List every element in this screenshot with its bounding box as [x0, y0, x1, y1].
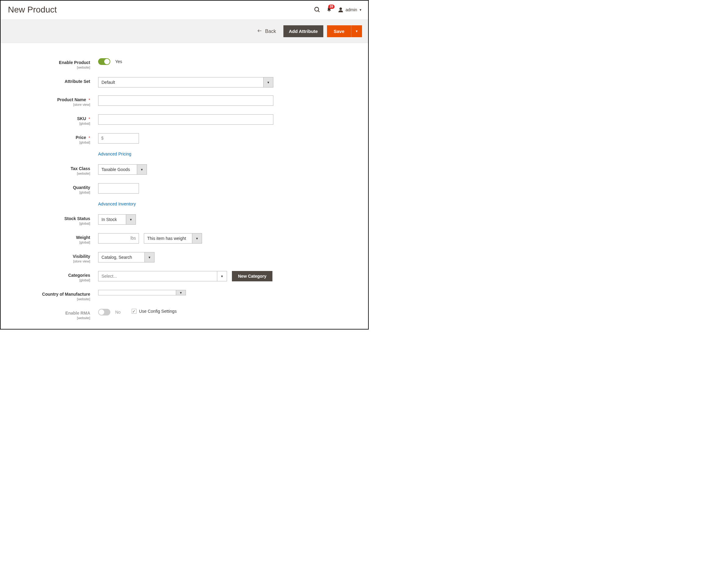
enable-product-label: Enable Product — [59, 60, 90, 65]
categories-select[interactable]: Select... ▼ — [98, 271, 227, 281]
required-indicator: * — [89, 135, 90, 140]
user-icon — [338, 7, 344, 13]
chevron-down-icon: ▼ — [196, 237, 199, 240]
chevron-down-icon: ▼ — [359, 8, 362, 11]
use-config-label: Use Config Settings — [139, 309, 177, 314]
enable-rma-value: No — [115, 309, 121, 315]
attribute-set-value: Default — [98, 77, 263, 87]
back-button[interactable]: Back — [257, 29, 276, 34]
scope-label: [website] — [7, 66, 90, 69]
tax-class-label: Tax Class — [71, 166, 90, 171]
visibility-label: Visibility — [73, 254, 90, 259]
scope-label: [global] — [7, 191, 90, 194]
back-label: Back — [265, 29, 276, 34]
scope-label: [global] — [7, 241, 90, 244]
has-weight-select[interactable]: This item has weight ▼ — [144, 233, 202, 244]
scope-label: [global] — [7, 122, 90, 125]
chevron-down-icon: ▼ — [140, 168, 144, 171]
notifications-button[interactable]: 39 — [326, 6, 332, 13]
sku-input[interactable] — [98, 114, 274, 125]
enable-rma-toggle — [98, 309, 110, 315]
user-name-label: admin — [345, 7, 357, 12]
add-attribute-button[interactable]: Add Attribute — [283, 25, 323, 37]
price-label: Price — [76, 135, 86, 140]
stock-status-label: Stock Status — [64, 216, 90, 221]
svg-point-0 — [315, 7, 319, 11]
scope-label: [store view] — [7, 103, 90, 106]
user-menu[interactable]: admin ▼ — [338, 7, 362, 13]
chevron-down-icon: ▼ — [130, 218, 133, 221]
chevron-down-icon: ▼ — [355, 30, 358, 33]
categories-label: Categories — [68, 273, 90, 278]
enable-product-toggle[interactable] — [98, 58, 110, 65]
svg-point-2 — [339, 8, 342, 10]
weight-label: Weight — [76, 235, 90, 240]
enable-rma-label: Enable RMA — [65, 311, 90, 315]
attribute-set-label: Attribute Set — [64, 79, 90, 84]
advanced-pricing-link[interactable]: Advanced Pricing — [98, 151, 131, 156]
stock-status-select[interactable]: In Stock ▼ — [98, 214, 136, 225]
svg-line-1 — [318, 11, 320, 12]
use-config-checkbox[interactable] — [132, 309, 136, 314]
quantity-label: Quantity — [73, 185, 90, 190]
chevron-down-icon: ▼ — [220, 275, 224, 278]
required-indicator: * — [89, 98, 90, 102]
chevron-down-icon: ▼ — [148, 256, 151, 259]
scope-label: [global] — [7, 141, 90, 144]
product-name-input[interactable] — [98, 95, 274, 106]
arrow-left-icon — [257, 29, 262, 34]
scope-label: [website] — [7, 297, 90, 301]
country-value — [98, 290, 176, 295]
advanced-inventory-link[interactable]: Advanced Inventory — [98, 201, 136, 206]
price-input[interactable] — [98, 133, 139, 144]
scope-label: [store view] — [7, 259, 90, 263]
product-name-label: Product Name — [57, 97, 86, 102]
chevron-down-icon: ▼ — [267, 81, 270, 84]
country-select[interactable]: ▼ — [98, 290, 186, 295]
visibility-select[interactable]: Catalog, Search ▼ — [98, 252, 155, 262]
required-indicator: * — [89, 117, 90, 121]
search-icon[interactable] — [314, 6, 320, 13]
scope-label: [global] — [7, 278, 90, 282]
currency-symbol: $ — [101, 136, 104, 141]
has-weight-value: This item has weight — [144, 233, 192, 243]
scope-label: [global] — [7, 222, 90, 225]
notification-badge: 39 — [328, 5, 335, 9]
scope-label: [website] — [7, 316, 90, 320]
chevron-down-icon: ▼ — [180, 291, 183, 295]
quantity-input[interactable] — [98, 183, 139, 194]
tax-class-select[interactable]: Taxable Goods ▼ — [98, 164, 147, 175]
save-dropdown-button[interactable]: ▼ — [351, 25, 362, 37]
visibility-value: Catalog, Search — [98, 252, 145, 262]
save-button[interactable]: Save — [327, 25, 351, 37]
stock-status-value: In Stock — [98, 214, 126, 224]
attribute-set-select[interactable]: Default ▼ — [98, 77, 274, 87]
new-category-button[interactable]: New Category — [232, 271, 272, 281]
enable-product-value: Yes — [115, 58, 122, 65]
page-title: New Product — [8, 5, 314, 15]
sku-label: SKU — [77, 116, 86, 121]
categories-placeholder: Select... — [98, 271, 217, 281]
tax-class-value: Taxable Goods — [98, 165, 137, 174]
weight-unit: lbs — [130, 236, 136, 241]
country-label: Country of Manufacture — [42, 292, 90, 297]
scope-label: [website] — [7, 172, 90, 175]
